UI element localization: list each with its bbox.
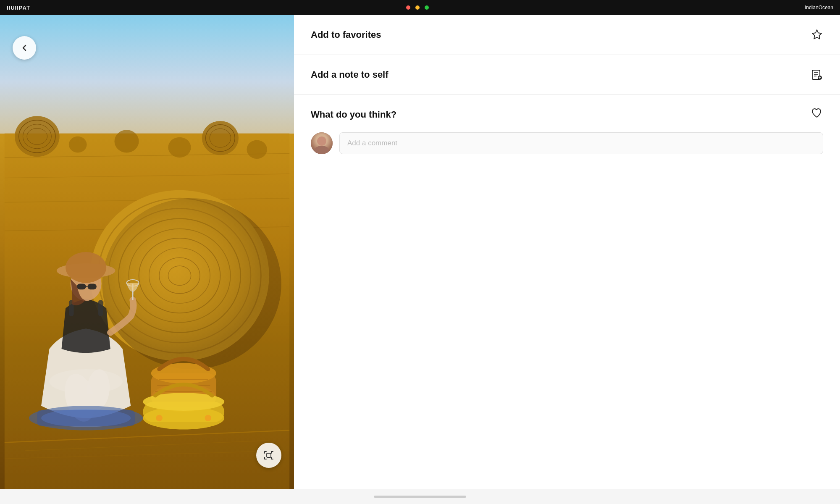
avatar [311, 132, 333, 154]
avatar-face [317, 136, 326, 146]
think-header: What do you think? [311, 107, 823, 122]
traffic-green[interactable] [425, 5, 429, 10]
sky [0, 15, 294, 148]
svg-rect-57 [267, 453, 271, 457]
top-bar-user: IndianOcean [805, 5, 833, 10]
add-note-row: Add a note to self [294, 55, 840, 94]
think-section: What do you think? [294, 95, 840, 166]
note-button[interactable] [811, 68, 823, 81]
add-note-label: Add a note to self [311, 69, 388, 80]
traffic-yellow[interactable] [415, 5, 420, 10]
image-panel [0, 15, 294, 489]
scroll-indicator [374, 496, 466, 498]
main-content: Add to favorites Add a note to self [0, 15, 840, 489]
bottom-bar [0, 489, 840, 504]
heart-button[interactable] [811, 107, 823, 122]
top-bar-left: IIUIIPAT [7, 5, 30, 11]
note-icon [811, 68, 823, 81]
comment-input[interactable] [339, 132, 823, 154]
field [0, 134, 294, 489]
back-icon [21, 44, 28, 52]
traffic-red[interactable] [406, 5, 410, 10]
heart-icon [811, 107, 823, 119]
add-to-favorites-label: Add to favorites [311, 29, 381, 40]
back-button[interactable] [13, 36, 36, 60]
app-logo: IIUIIPAT [7, 5, 30, 11]
avatar-inner [311, 132, 333, 154]
top-bar-center [406, 5, 429, 10]
favorites-star-button[interactable] [811, 29, 823, 41]
right-panel: Add to favorites Add a note to self [294, 15, 840, 489]
avatar-body [315, 146, 329, 154]
add-to-favorites-row: Add to favorites [294, 15, 840, 55]
comment-row [311, 132, 823, 154]
camera-scan-button[interactable] [256, 443, 281, 468]
top-bar: IIUIIPAT IndianOcean [0, 0, 840, 15]
think-title: What do you think? [311, 109, 396, 120]
star-icon [811, 29, 823, 41]
camera-scan-icon [263, 450, 274, 461]
